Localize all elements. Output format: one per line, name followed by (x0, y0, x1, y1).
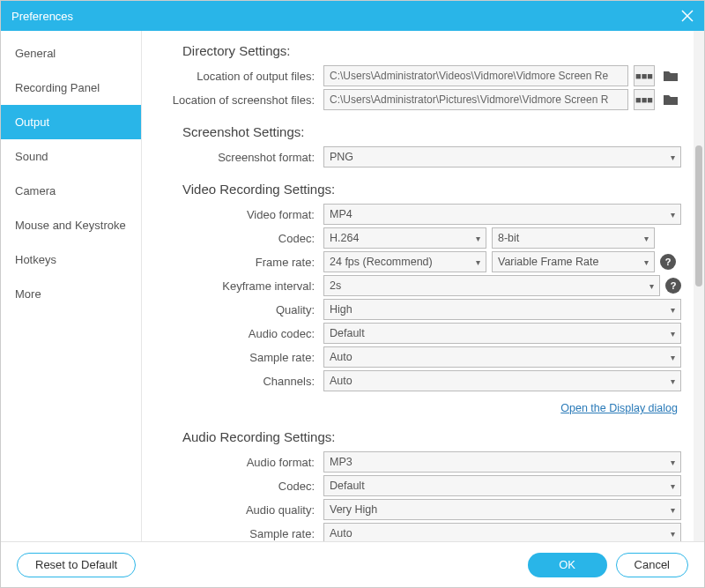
output-path-field[interactable]: C:\Users\Administrator\Videos\Vidmore\Vi… (323, 65, 628, 86)
video-sample-rate-select[interactable]: Auto ▾ (323, 346, 681, 368)
video-bit-select[interactable]: 8-bit ▾ (492, 227, 655, 249)
scrollbar[interactable] (694, 31, 704, 541)
chevron-down-icon: ▾ (649, 281, 654, 291)
framerate-mode-select[interactable]: Variable Frame Rate ▾ (492, 251, 655, 272)
chevron-down-icon: ▾ (671, 481, 675, 491)
chevron-down-icon: ▾ (671, 210, 675, 220)
open-output-folder-icon[interactable] (660, 65, 681, 86)
video-bit-value: 8-bit (498, 232, 519, 244)
video-format-value: MP4 (330, 208, 352, 220)
chevron-down-icon: ▾ (671, 153, 675, 162)
chevron-down-icon: ▾ (671, 329, 675, 339)
quality-select[interactable]: High ▾ (323, 299, 681, 320)
screenshot-format-label: Screenshot format: (147, 151, 323, 164)
framerate-select[interactable]: 24 fps (Recommend) ▾ (323, 251, 486, 272)
video-channels-value: Auto (330, 375, 352, 387)
video-sample-rate-label: Sample rate: (147, 351, 323, 364)
browse-output-button[interactable]: ■■■ (634, 65, 655, 86)
body: General Recording Panel Output Sound Cam… (1, 31, 704, 541)
chevron-down-icon: ▾ (671, 529, 675, 539)
screenshot-format-value: PNG (330, 151, 353, 163)
sidebar: General Recording Panel Output Sound Cam… (1, 31, 142, 541)
framerate-value: 24 fps (Recommend) (330, 256, 433, 268)
chevron-down-icon: ▾ (476, 257, 480, 267)
sidebar-item-mouse-keystroke[interactable]: Mouse and Keystroke (1, 208, 141, 242)
audio-codec2-value: Default (330, 480, 365, 492)
quality-label: Quality: (147, 303, 323, 316)
scrollbar-thumb[interactable] (695, 145, 702, 287)
quality-value: High (330, 303, 352, 316)
chevron-down-icon: ▾ (671, 458, 675, 467)
chevron-down-icon: ▾ (671, 376, 675, 386)
chevron-down-icon: ▾ (476, 234, 480, 243)
sidebar-item-recording-panel[interactable]: Recording Panel (1, 71, 141, 105)
section-directory-title: Directory Settings: (182, 43, 694, 58)
section-video-title: Video Recording Settings: (182, 182, 694, 197)
video-sample-rate-value: Auto (330, 351, 352, 363)
audio-quality-label: Audio quality: (147, 503, 323, 517)
content-wrap: Directory Settings: Location of output f… (142, 31, 704, 541)
framerate-mode-value: Variable Frame Rate (498, 256, 598, 268)
keyframe-label: Keyframe interval: (147, 279, 323, 293)
sidebar-item-camera[interactable]: Camera (1, 174, 141, 208)
reset-button[interactable]: Reset to Default (17, 553, 136, 577)
chevron-down-icon: ▾ (671, 353, 675, 362)
audio-sample-rate-select[interactable]: Auto ▾ (323, 523, 681, 541)
chevron-down-icon: ▾ (671, 505, 675, 515)
sidebar-item-output[interactable]: Output (1, 105, 141, 139)
video-codec-select[interactable]: H.264 ▾ (323, 227, 486, 249)
sidebar-item-more[interactable]: More (1, 277, 141, 311)
video-codec-value: H.264 (330, 232, 359, 244)
browse-screenshot-button[interactable]: ■■■ (634, 89, 655, 110)
keyframe-value: 2s (330, 279, 341, 292)
output-files-label: Location of output files: (147, 70, 323, 83)
framerate-label: Frame rate: (147, 256, 323, 269)
sidebar-item-hotkeys[interactable]: Hotkeys (1, 242, 141, 277)
cancel-button[interactable]: Cancel (616, 553, 688, 577)
audio-quality-value: Very High (330, 503, 377, 516)
chevron-down-icon: ▾ (671, 305, 675, 315)
window-title: Preferences (11, 10, 73, 23)
open-display-dialog-link[interactable]: Open the Display dialog (560, 402, 678, 414)
audio-sample-rate-value: Auto (330, 527, 352, 540)
audio-codec-select[interactable]: Default ▾ (323, 323, 681, 344)
video-format-select[interactable]: MP4 ▾ (323, 204, 681, 225)
close-button[interactable] (681, 10, 694, 22)
screenshot-format-select[interactable]: PNG ▾ (323, 146, 681, 167)
video-channels-label: Channels: (147, 375, 323, 388)
audio-codec2-select[interactable]: Default ▾ (323, 475, 681, 496)
chevron-down-icon: ▾ (644, 257, 649, 267)
screenshot-path-field[interactable]: C:\Users\Administrator\Pictures\Vidmore\… (323, 89, 628, 110)
sidebar-item-general[interactable]: General (1, 36, 141, 71)
help-icon[interactable]: ? (665, 278, 681, 294)
sidebar-item-sound[interactable]: Sound (1, 139, 141, 174)
audio-codec-label: Audio codec: (147, 327, 323, 340)
chevron-down-icon: ▾ (644, 234, 649, 243)
screenshot-files-label: Location of screenshot files: (147, 93, 323, 107)
audio-codec2-label: Codec: (147, 480, 323, 493)
footer: Reset to Default OK Cancel (1, 541, 704, 587)
video-channels-select[interactable]: Auto ▾ (323, 370, 681, 391)
audio-format-value: MP3 (330, 456, 352, 468)
content: Directory Settings: Location of output f… (142, 31, 694, 541)
audio-quality-select[interactable]: Very High ▾ (323, 499, 681, 520)
open-screenshot-folder-icon[interactable] (660, 89, 681, 110)
audio-format-select[interactable]: MP3 ▾ (323, 451, 681, 473)
section-audio-title: Audio Recording Settings: (182, 429, 694, 444)
video-codec-label: Codec: (147, 232, 323, 245)
preferences-window: Preferences General Recording Panel Outp… (0, 0, 705, 588)
ok-button[interactable]: OK (528, 553, 607, 577)
section-screenshot-title: Screenshot Settings: (182, 124, 694, 139)
video-format-label: Video format: (147, 208, 323, 221)
audio-format-label: Audio format: (147, 456, 323, 469)
titlebar: Preferences (1, 1, 704, 31)
keyframe-select[interactable]: 2s ▾ (323, 275, 660, 296)
help-icon[interactable]: ? (660, 254, 676, 270)
audio-codec-value: Default (330, 327, 365, 339)
audio-sample-rate-label: Sample rate: (147, 527, 323, 540)
